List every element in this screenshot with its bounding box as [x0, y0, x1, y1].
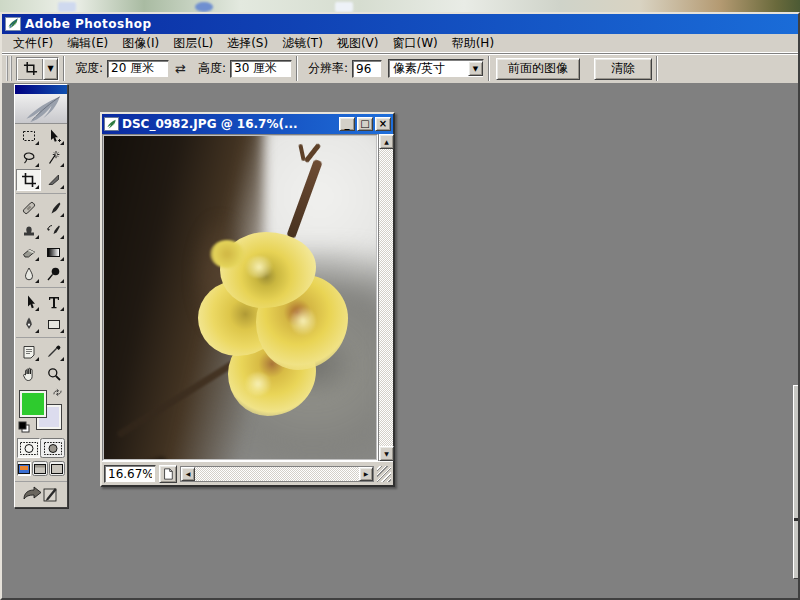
resolution-unit-select[interactable]: 像素/英寸 ▼ [388, 59, 484, 78]
tool-grid [15, 124, 67, 386]
rectangle-icon [46, 316, 62, 332]
tool-crop[interactable] [16, 169, 41, 191]
palette-edge[interactable] [793, 385, 798, 579]
menu-view[interactable]: 视图(V) [330, 34, 386, 53]
options-bar-gripper[interactable] [6, 56, 12, 81]
tool-dodge[interactable] [41, 263, 66, 285]
jump-to-imageready-button[interactable] [18, 484, 64, 506]
horizontal-scrollbar[interactable]: ◀ ▶ [180, 466, 374, 482]
separator [656, 56, 658, 81]
pen-icon [21, 316, 37, 332]
desktop-icon [195, 2, 213, 12]
tool-healing-brush[interactable] [16, 197, 41, 219]
menu-edit[interactable]: 编辑(E) [60, 34, 115, 53]
separator [488, 56, 490, 81]
tool-options-bar: ▼ 宽度: ⇄ 高度: 分辨率: 像素/英寸 ▼ 前面的图像 清除 [2, 53, 798, 83]
marquee-icon [21, 128, 37, 144]
document-titlebar[interactable]: DSC_0982.JPG @ 16.7%(... _ □ × [102, 114, 393, 134]
scroll-left-button[interactable]: ◀ [181, 467, 195, 481]
menu-bar: 文件(F) 编辑(E) 图像(I) 图层(L) 选择(S) 滤镜(T) 视图(V… [2, 34, 798, 53]
standard-screen-mode-button[interactable] [17, 461, 31, 476]
menu-help[interactable]: 帮助(H) [445, 34, 501, 53]
quick-mask-mode-button[interactable] [40, 438, 65, 458]
unit-dropdown-arrow-icon[interactable]: ▼ [468, 61, 483, 76]
tool-notes[interactable] [16, 341, 41, 363]
tool-preset-dropdown-arrow[interactable]: ▼ [43, 58, 58, 80]
menu-filter[interactable]: 滤镜(T) [275, 34, 330, 53]
resize-grip[interactable] [377, 466, 391, 482]
tool-preset-picker[interactable]: ▼ [16, 57, 59, 81]
tool-rectangle-shape[interactable] [41, 313, 66, 335]
tool-history-brush[interactable] [41, 219, 66, 241]
tool-magic-wand[interactable] [41, 147, 66, 169]
eyedropper-icon [46, 344, 62, 360]
clear-button[interactable]: 清除 [594, 58, 652, 80]
zoom-level-input[interactable] [104, 465, 156, 483]
eraser-icon [21, 244, 37, 260]
tool-pen[interactable] [16, 313, 41, 335]
desktop-icon [335, 2, 353, 12]
toolbox-titlebar[interactable] [15, 85, 67, 94]
maximize-button[interactable]: □ [357, 117, 373, 131]
imageready-row [15, 481, 67, 507]
move-icon [46, 128, 62, 144]
color-wells [18, 388, 64, 434]
app-titlebar[interactable]: Adobe Photoshop [2, 14, 798, 34]
default-colors-icon[interactable] [18, 421, 30, 433]
crop-height-input[interactable] [230, 60, 292, 78]
file-info-button[interactable] [159, 465, 177, 483]
foreground-color-swatch[interactable] [20, 391, 46, 417]
photoshop-feather-logo[interactable] [15, 94, 67, 124]
front-image-button[interactable]: 前面的图像 [496, 58, 580, 80]
scroll-up-button[interactable]: ▲ [379, 134, 394, 149]
type-icon [46, 294, 62, 310]
tool-type[interactable] [41, 291, 66, 313]
separator [63, 56, 65, 81]
menu-select[interactable]: 选择(S) [220, 34, 275, 53]
tool-hand[interactable] [16, 363, 41, 385]
tool-eraser[interactable] [16, 241, 41, 263]
fullscreen-mode-button[interactable] [49, 461, 65, 476]
document-window: DSC_0982.JPG @ 16.7%(... _ □ × [100, 112, 395, 487]
scroll-down-button[interactable]: ▼ [379, 446, 394, 461]
tool-lasso[interactable] [16, 147, 41, 169]
swap-colors-icon[interactable] [52, 388, 63, 399]
healing-brush-icon [21, 200, 37, 216]
tool-blur[interactable] [16, 263, 41, 285]
resolution-input[interactable] [352, 60, 382, 78]
tool-marquee[interactable] [16, 125, 41, 147]
lasso-icon [21, 150, 37, 166]
crop-icon [21, 172, 37, 188]
photo-flower-bud [210, 240, 244, 268]
tool-path-selection[interactable] [16, 291, 41, 313]
menu-layer[interactable]: 图层(L) [166, 34, 220, 53]
menu-window[interactable]: 窗口(W) [385, 34, 444, 53]
tool-zoom[interactable] [41, 363, 66, 385]
path-selection-icon [21, 294, 37, 310]
crop-height-label: 高度: [198, 60, 226, 77]
tool-slice[interactable] [41, 169, 66, 191]
vertical-scrollbar[interactable]: ▲ ▼ [378, 134, 393, 461]
tool-move[interactable] [41, 125, 66, 147]
menu-image[interactable]: 图像(I) [115, 34, 166, 53]
canvas-area[interactable] [102, 134, 378, 461]
magic-wand-icon [46, 150, 62, 166]
screen-mode-buttons [15, 460, 67, 478]
crop-width-input[interactable] [107, 60, 169, 78]
fullscreen-menubar-icon [34, 464, 46, 474]
tool-clone-stamp[interactable] [16, 219, 41, 241]
photo-petal-highlight [290, 306, 316, 336]
menu-file[interactable]: 文件(F) [6, 34, 60, 53]
swap-dimensions-icon[interactable]: ⇄ [175, 61, 186, 76]
fullscreen-menubar-mode-button[interactable] [32, 461, 48, 476]
scroll-right-button[interactable]: ▶ [359, 467, 373, 481]
tool-eyedropper[interactable] [41, 341, 66, 363]
tool-gradient[interactable] [41, 241, 66, 263]
resolution-unit-value: 像素/英寸 [393, 60, 445, 77]
photo-wintersweet-flowers [104, 136, 376, 459]
minimize-button[interactable]: _ [339, 117, 355, 131]
tool-brush[interactable] [41, 197, 66, 219]
standard-mode-button[interactable] [17, 438, 40, 458]
file-info-icon [162, 468, 174, 480]
close-button[interactable]: × [375, 117, 391, 131]
